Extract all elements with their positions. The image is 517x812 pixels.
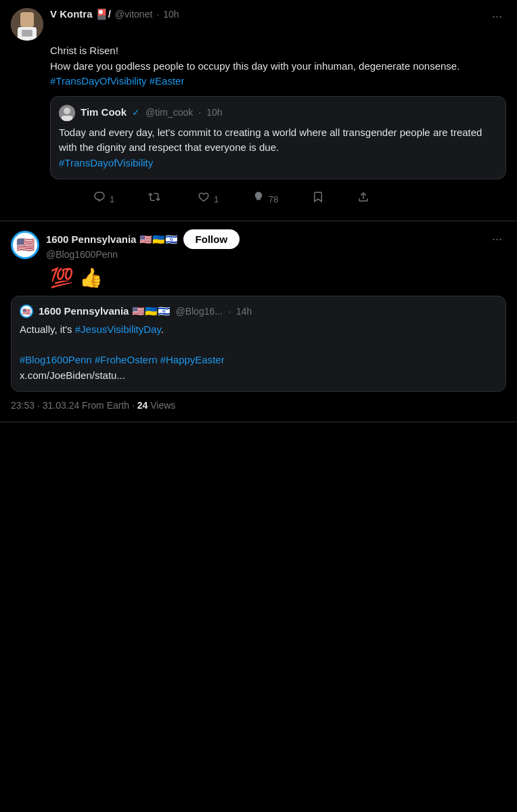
tweet-2: 🇺🇸 1600 Pennsylvania 🇺🇸🇺🇦🇮🇱 Follow ··· @… bbox=[0, 221, 517, 422]
bookmark-icon bbox=[312, 190, 324, 208]
quoted-2-dot: · bbox=[228, 306, 231, 317]
tweet-1-actions: 1 1 78 bbox=[89, 186, 374, 212]
quoted-body-timcook: Today and every day, let's commit to cre… bbox=[59, 125, 497, 171]
quoted-tweet-1-header: Tim Cook ✓ @tim_cook · 10h bbox=[59, 105, 497, 121]
like-button[interactable]: 1 bbox=[194, 186, 223, 212]
footer-date: 31.03.24 bbox=[43, 400, 80, 411]
avatar-vkontra[interactable] bbox=[11, 8, 43, 41]
views-button[interactable]: 78 bbox=[248, 186, 282, 212]
tweet-2-header: 🇺🇸 1600 Pennsylvania 🇺🇸🇺🇦🇮🇱 Follow ··· @… bbox=[11, 229, 506, 260]
hashtag-jesus[interactable]: #JesusVisibilityDay bbox=[75, 323, 161, 335]
quoted-2-body: Actually, it's #JesusVisibilityDay.#Blog… bbox=[20, 322, 497, 383]
tweet-2-display-name: 1600 Pennsylvania 🇺🇸🇺🇦🇮🇱 bbox=[46, 233, 178, 246]
retweet-button[interactable] bbox=[144, 186, 168, 212]
tweet-1-body: Christ is Risen!How dare you godless peo… bbox=[50, 43, 506, 212]
tweet-2-username: @Blog1600Penn bbox=[46, 249, 506, 260]
tweet-1-time: 10h bbox=[163, 9, 179, 20]
quoted-time-timcook: 10h bbox=[206, 106, 222, 120]
quoted-tweet-2-header: 🇺🇸 1600 Pennsylvania 🇺🇸🇺🇦🇮🇱 @Blog16... ·… bbox=[20, 304, 497, 318]
footer-location: From Earth bbox=[82, 400, 129, 411]
tweet-1-more-button[interactable]: ··· bbox=[488, 8, 506, 25]
svg-rect-7 bbox=[62, 116, 72, 121]
follow-button[interactable]: Follow bbox=[183, 229, 240, 249]
tweet-1-dot: · bbox=[156, 9, 159, 20]
tweet-footer: 23:53 · 31.03.24 From Earth · 24 Views bbox=[11, 400, 506, 411]
quoted-2-text: Actually, it's #JesusVisibilityDay.#Blog… bbox=[20, 323, 225, 381]
verified-icon: ✓ bbox=[132, 106, 140, 120]
tweet-1-hashtags[interactable]: #TransDayOfVisibility #Easter bbox=[50, 75, 184, 87]
views-count: 78 bbox=[269, 193, 278, 206]
like-icon bbox=[198, 190, 210, 208]
quoted-tweet-2[interactable]: 🇺🇸 1600 Pennsylvania 🇺🇸🇺🇦🇮🇱 @Blog16... ·… bbox=[11, 296, 506, 392]
svg-point-2 bbox=[21, 13, 33, 25]
reply-button[interactable]: 1 bbox=[89, 186, 118, 212]
hashtag-blog[interactable]: #Blog1600Penn #FroheOstern #HappyEaster bbox=[20, 354, 225, 365]
like-count: 1 bbox=[214, 193, 219, 206]
quoted-2-username: @Blog16... bbox=[176, 306, 223, 317]
tweet-1-text: Christ is Risen!How dare you godless peo… bbox=[50, 45, 459, 72]
quoted-hashtag[interactable]: #TransDayofVisibility bbox=[59, 157, 153, 168]
quoted-dot: · bbox=[198, 106, 201, 120]
tweet-1-username: @vitonet bbox=[115, 9, 152, 20]
share-icon bbox=[357, 190, 369, 208]
footer-views-count: 24 bbox=[137, 400, 148, 411]
quoted-text: Today and every day, let's commit to cre… bbox=[59, 127, 482, 154]
svg-rect-4 bbox=[22, 30, 32, 37]
views-icon bbox=[252, 190, 265, 208]
tweet-2-body-emoji: 💯 👍 bbox=[50, 267, 506, 289]
reply-icon bbox=[93, 190, 106, 208]
bookmark-button[interactable] bbox=[308, 186, 328, 212]
reply-count: 1 bbox=[110, 193, 114, 206]
tweet-1: V Kontra 🎴/ @vitonet · 10h ··· Christ is… bbox=[0, 0, 517, 221]
footer-views-label: Views bbox=[150, 400, 175, 411]
avatar-1600penn[interactable]: 🇺🇸 bbox=[11, 231, 39, 259]
tweet-1-meta: V Kontra 🎴/ @vitonet · 10h bbox=[50, 8, 481, 20]
retweet-icon bbox=[148, 190, 160, 208]
tweet-1-display-name: V Kontra 🎴/ bbox=[50, 8, 111, 20]
quoted-display-name-timcook: Tim Cook bbox=[81, 105, 127, 120]
quoted-username-timcook: @tim_cook bbox=[145, 106, 193, 120]
tweet-1-header: V Kontra 🎴/ @vitonet · 10h ··· bbox=[11, 8, 506, 41]
quoted-2-display-name: 1600 Pennsylvania 🇺🇸🇺🇦🇮🇱 bbox=[39, 305, 171, 317]
tweet-2-more-button[interactable]: ··· bbox=[488, 231, 506, 248]
tweet-2-meta: 1600 Pennsylvania 🇺🇸🇺🇦🇮🇱 Follow ··· @Blo… bbox=[46, 229, 506, 260]
quoted-tweet-1[interactable]: Tim Cook ✓ @tim_cook · 10h Today and eve… bbox=[50, 96, 506, 180]
quoted-avatar-timcook bbox=[59, 105, 75, 121]
quoted-avatar-penn2: 🇺🇸 bbox=[20, 304, 33, 318]
svg-point-6 bbox=[64, 108, 70, 114]
footer-time: 23:53 bbox=[11, 400, 35, 411]
share-button[interactable] bbox=[353, 186, 374, 212]
quoted-2-time: 14h bbox=[236, 306, 252, 317]
